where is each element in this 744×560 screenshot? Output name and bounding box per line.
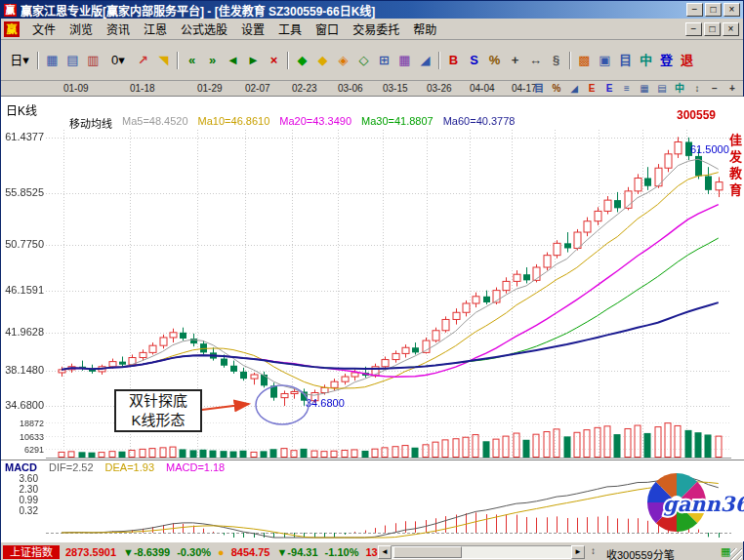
playback-forward-icon[interactable]: » [202, 51, 223, 70]
status-value: ▼-8.6399 [123, 545, 170, 559]
buy-point-icon[interactable]: B [443, 51, 464, 70]
price-axis-label: 46.1591 [1, 284, 44, 296]
expand-e-down-icon[interactable]: E [600, 82, 618, 96]
gann-square-icon[interactable]: ▦ [394, 51, 415, 70]
sell-point-icon[interactable]: S [464, 51, 484, 70]
price-axis-label: 55.8525 [1, 186, 44, 198]
gann-diamond-green-icon[interactable]: ◆ [292, 51, 312, 70]
application-window: 赢 赢家江恩专业版[赢家内部服务平台] - [佳发教育 SZ300559-66日… [0, 0, 744, 560]
maximize-button[interactable]: □ [705, 3, 722, 17]
page-right-icon[interactable]: ► [243, 51, 264, 70]
annotation-box[interactable]: 双针探底 K线形态 [114, 389, 202, 432]
center-tool-icon[interactable]: 中 [671, 82, 688, 96]
login-icon[interactable]: 登 [656, 51, 677, 70]
gann-grid-icon[interactable]: ⊞ [374, 51, 394, 70]
macd-axis-label: 2.30 [1, 484, 38, 495]
date-ruler[interactable]: 01-0901-1801-2902-0702-2303-0603-1503-26… [1, 81, 743, 97]
zoom-in-icon[interactable]: + [723, 82, 741, 96]
tick-feed-status: 收300559分笔 [606, 546, 675, 560]
status-value: 8454.75 [231, 545, 270, 559]
scroll-right-icon[interactable]: ► [571, 545, 585, 559]
gann-diamond-outline-icon[interactable]: ◇ [353, 51, 374, 70]
macd-axis-label: 3.60 [1, 473, 38, 484]
index-badge[interactable]: 上证指数 [3, 545, 60, 559]
date-label: 02-23 [292, 83, 317, 94]
scroll-left-icon[interactable]: ◄ [378, 545, 392, 559]
resize-grip[interactable] [730, 548, 742, 560]
gann360-logo: gann360 [638, 469, 744, 538]
mdi-close-button[interactable]: × [723, 22, 739, 36]
fan-tool-icon[interactable]: ◢ [565, 82, 583, 96]
percent-tool-icon[interactable]: % [484, 51, 505, 70]
date-label: 01-18 [130, 83, 155, 94]
mdi-minimize-button[interactable]: − [685, 22, 702, 36]
indicator-zero-dropdown[interactable]: 0▾ [103, 51, 133, 70]
annotation-arrow-icon [202, 404, 249, 410]
playback-rewind-icon[interactable]: « [182, 51, 202, 70]
title-bar[interactable]: 赢 赢家江恩专业版[赢家内部服务平台] - [佳发教育 SZ300559-66日… [1, 1, 743, 19]
delete-marker-icon[interactable]: × [264, 51, 284, 70]
macd-axis-label: 0.99 [1, 495, 38, 505]
menu-item[interactable]: 浏览 [62, 18, 100, 40]
trend-marker-icon[interactable]: ↗ [133, 51, 153, 70]
flag-marker-icon[interactable]: ◥ [153, 51, 174, 70]
macd-legend-item: DIF=2.52 [49, 461, 94, 473]
lines-tool-icon[interactable]: ≡ [618, 82, 636, 96]
exit-icon[interactable]: 退 [677, 51, 697, 70]
scrollbar-thumb[interactable] [393, 546, 462, 558]
settings-tool-icon[interactable]: § [546, 51, 566, 70]
crosshair-tool-icon[interactable]: + [505, 51, 525, 70]
volume-axis-label: 10633 [1, 432, 44, 442]
menu-item[interactable]: 文件 [25, 18, 62, 40]
chart-canvas[interactable] [1, 97, 744, 541]
gann-diamond-yellow-icon[interactable]: ◆ [312, 51, 333, 70]
ruler-icons: 目%◢EE≡▦▤中↕−+ [530, 82, 741, 96]
drawing-board-icon[interactable]: ▦ [42, 51, 62, 70]
vertical-adjust-icon[interactable]: ↕ [688, 82, 706, 96]
splitter-icon[interactable]: ↕ [591, 545, 596, 556]
menu-item[interactable]: 资讯 [100, 18, 137, 40]
peak-price-label: 61.5000 [690, 143, 729, 155]
menu-item[interactable]: 公式选股 [174, 18, 234, 40]
minimize-button[interactable]: − [686, 3, 703, 17]
gann-fan-icon[interactable]: ◢ [415, 51, 435, 70]
scrollbar-track[interactable] [392, 545, 571, 559]
watchlist-icon[interactable]: ▤ [62, 51, 83, 70]
info-panel-icon[interactable]: 目 [615, 51, 636, 70]
menu-item[interactable]: 设置 [234, 18, 271, 40]
move-tool-icon[interactable]: ↔ [525, 51, 546, 70]
date-label: 03-15 [383, 83, 408, 94]
gann-double-diamond-icon[interactable]: ◈ [333, 51, 353, 70]
toolbar: 日▾▦▤▥0▾↗◥«»◄►×◆◆◈◇⊞▦◢BS%+↔§▩▣目中登退 [1, 40, 743, 81]
percent-scale-icon[interactable]: % [548, 82, 565, 96]
list-panel-icon[interactable]: 目 [530, 82, 548, 96]
menu-item[interactable]: 交易委托 [346, 18, 406, 40]
ma-legend-item: Ma5=48.4520 [122, 115, 188, 131]
page-left-icon[interactable]: ◄ [223, 51, 243, 70]
grid-tool-icon[interactable]: ▦ [636, 82, 653, 96]
status-value: ● [218, 545, 225, 559]
expand-e-up-icon[interactable]: E [583, 82, 600, 96]
price-axis-label: 61.4377 [1, 131, 44, 142]
menu-item[interactable]: 工具 [271, 18, 309, 40]
annotation-ellipse [256, 385, 309, 424]
macd-axis-label: 0.32 [1, 505, 38, 516]
period-day-dropdown[interactable]: 日▾ [5, 51, 34, 70]
date-label: 03-06 [338, 83, 363, 94]
kline-panel-icon[interactable]: ▥ [83, 51, 103, 70]
horizontal-scrollbar[interactable]: ◄ ► [378, 545, 585, 559]
toolbar-separator [569, 52, 571, 69]
volume-axis-label: 18872 [1, 419, 44, 428]
center-panel-icon[interactable]: 中 [636, 51, 656, 70]
layout-grid-icon[interactable]: ▣ [595, 51, 615, 70]
close-button[interactable]: × [723, 3, 740, 17]
zoom-out-icon[interactable]: − [706, 82, 723, 96]
menu-item[interactable]: 帮助 [406, 18, 443, 40]
ma-legend-items: Ma5=48.4520Ma10=46.8610Ma20=43.3490Ma30=… [122, 115, 515, 131]
menu-item[interactable]: 窗口 [309, 18, 346, 40]
color-blocks-icon[interactable]: ▩ [574, 51, 595, 70]
mdi-restore-button[interactable]: □ [704, 22, 721, 36]
status-bar: 上证指数 2873.5901▼-8.6399-0.30%●8454.75▼-94… [1, 541, 743, 560]
panel-rows-icon[interactable]: ▤ [653, 82, 671, 96]
menu-item[interactable]: 江恩 [137, 18, 174, 40]
